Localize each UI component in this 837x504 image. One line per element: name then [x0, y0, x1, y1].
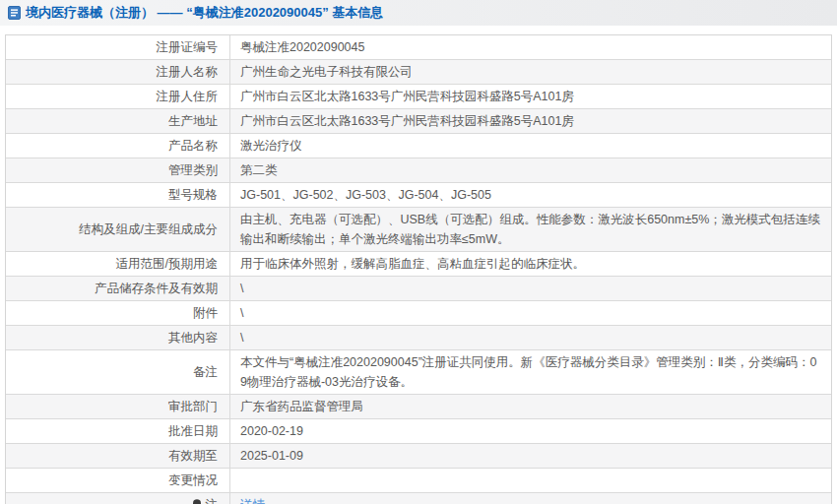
row-value-text: 本文件与“粤械注准20202090045”注册证共同使用。新《医疗器械分类目录》…: [240, 352, 821, 392]
row-label: 结构及组成/主要组成成分: [6, 208, 230, 251]
row-value: 激光治疗仪: [230, 134, 831, 158]
row-label: 注: [6, 493, 230, 504]
row-value-text: JG-501、JG-502、JG-503、JG-504、JG-505: [240, 185, 491, 205]
table-row: 型号规格 JG-501、JG-502、JG-503、JG-504、JG-505: [6, 182, 831, 207]
table-row: 注册人名称 广州生命之光电子科技有限公司: [6, 59, 831, 84]
row-label: 附件: [6, 301, 230, 325]
row-label: 生产地址: [6, 109, 230, 133]
row-value: 用于临床体外照射，缓解高脂血症、高粘血症引起的临床症状。: [230, 252, 831, 276]
row-value: \: [230, 326, 831, 349]
pin-icon: [192, 499, 202, 504]
row-label: 产品名称: [6, 134, 230, 158]
table-row: 产品名称 激光治疗仪: [6, 133, 831, 158]
row-value-text: 2025-01-09: [240, 446, 303, 466]
row-value-text: 广东省药品监督管理局: [240, 397, 363, 416]
page-header: 境内医疗器械（注册） —— “粤械注准20202090045” 基本信息: [0, 0, 837, 26]
row-label-text: 注册人名称: [157, 62, 219, 82]
row-label: 备注: [6, 350, 230, 394]
row-value: 广东省药品监督管理局: [230, 395, 831, 418]
row-value: 详情: [230, 493, 831, 504]
row-label-text: 附件: [193, 303, 218, 323]
table-row: 审批部门 广东省药品监督管理局: [6, 394, 831, 418]
row-label-text: 产品名称: [168, 136, 218, 156]
table-row: 适用范围/预期用途 用于临床体外照射，缓解高脂血症、高粘血症引起的临床症状。: [6, 251, 831, 276]
table-row: 结构及组成/主要组成成分 由主机、充电器（可选配）、USB线（可选配）组成。性能…: [6, 207, 831, 251]
row-label: 批准日期: [6, 419, 230, 443]
row-value: 第二类: [230, 158, 831, 182]
page-title: 境内医疗器械（注册） —— “粤械注准20202090045” 基本信息: [26, 4, 383, 22]
row-value-text: 粤械注准20202090045: [240, 37, 364, 57]
row-value: 2025-01-09: [230, 444, 831, 468]
row-label-text: 备注: [193, 362, 218, 382]
row-value: 本文件与“粤械注准20202090045”注册证共同使用。新《医疗器械分类目录》…: [230, 350, 831, 394]
row-label-text: 适用范围/预期用途: [116, 254, 218, 274]
row-value: 由主机、充电器（可选配）、USB线（可选配）组成。性能参数：激光波长650nm±…: [230, 208, 831, 251]
row-value-text: \: [240, 303, 243, 323]
row-label-text: 审批部门: [168, 397, 218, 416]
row-label-text: 注: [206, 495, 219, 504]
row-value-text: 广州市白云区北太路1633号广州民营科技园科盛路5号A101房: [240, 87, 574, 106]
row-label-text: 型号规格: [168, 185, 218, 205]
row-value-text: \: [240, 328, 243, 347]
table-row: 注册证编号 粤械注准20202090045: [6, 35, 831, 59]
row-label-text: 结构及组成/主要组成成分: [79, 220, 218, 239]
row-label-text: 批准日期: [168, 421, 218, 441]
row-value-text: 由主机、充电器（可选配）、USB线（可选配）组成。性能参数：激光波长650nm±…: [240, 210, 821, 249]
document-icon: [8, 6, 21, 20]
row-label: 变更情况: [6, 469, 230, 492]
row-label-text: 生产地址: [168, 111, 218, 131]
table-row: 产品储存条件及有效期 \: [6, 276, 831, 300]
row-label-text: 产品储存条件及有效期: [95, 279, 218, 298]
row-value: JG-501、JG-502、JG-503、JG-504、JG-505: [230, 183, 831, 207]
row-label-text: 有效期至: [168, 446, 218, 466]
row-label-text: 变更情况: [168, 471, 218, 490]
table-row: 其他内容 \: [6, 325, 831, 349]
row-value-text: 第二类: [240, 160, 278, 180]
table-row: 批准日期 2020-02-19: [6, 418, 831, 443]
info-table: 注册证编号 粤械注准20202090045 注册人名称 广州生命之光电子科技有限…: [5, 34, 832, 504]
row-label: 审批部门: [6, 395, 230, 418]
row-label-text: 管理类别: [168, 160, 218, 180]
row-value-text: 用于临床体外照射，缓解高脂血症、高粘血症引起的临床症状。: [240, 254, 585, 274]
row-value-text: 广州市白云区北太路1633号广州民营科技园科盛路5号A101房: [240, 111, 574, 131]
table-row: 生产地址 广州市白云区北太路1633号广州民营科技园科盛路5号A101房: [6, 108, 831, 133]
row-label: 其他内容: [6, 326, 230, 349]
row-label: 注册人住所: [6, 85, 230, 108]
table-row: 注 详情: [6, 492, 831, 504]
row-value: [230, 469, 831, 492]
table-row: 注册人住所 广州市白云区北太路1633号广州民营科技园科盛路5号A101房: [6, 84, 831, 108]
row-label: 型号规格: [6, 183, 230, 207]
row-value-text: 广州生命之光电子科技有限公司: [240, 62, 413, 82]
row-value: 广州市白云区北太路1633号广州民营科技园科盛路5号A101房: [230, 109, 831, 133]
row-label: 适用范围/预期用途: [6, 252, 230, 276]
row-value: 广州生命之光电子科技有限公司: [230, 60, 831, 84]
row-label: 注册人名称: [6, 60, 230, 84]
row-value: 广州市白云区北太路1633号广州民营科技园科盛路5号A101房: [230, 85, 831, 108]
row-label-text: 注册证编号: [157, 37, 219, 57]
table-row: 变更情况: [6, 468, 831, 492]
row-value: 粤械注准20202090045: [230, 35, 831, 59]
table-row: 管理类别 第二类: [6, 158, 831, 182]
row-label-text: 注册人住所: [157, 87, 219, 106]
row-value: \: [230, 277, 831, 300]
row-value-text: \: [240, 279, 243, 298]
row-label: 有效期至: [6, 444, 230, 468]
row-label-text: 其他内容: [168, 328, 218, 347]
row-value: \: [230, 301, 831, 325]
details-link[interactable]: 详情: [240, 495, 265, 504]
row-label: 管理类别: [6, 158, 230, 182]
row-label: 产品储存条件及有效期: [6, 277, 230, 300]
table-row: 备注 本文件与“粤械注准20202090045”注册证共同使用。新《医疗器械分类…: [6, 349, 831, 394]
row-value-text: 激光治疗仪: [240, 136, 302, 156]
row-label: 注册证编号: [6, 35, 230, 59]
row-value: 2020-02-19: [230, 419, 831, 443]
table-row: 附件 \: [6, 300, 831, 325]
table-row: 有效期至 2025-01-09: [6, 443, 831, 468]
row-value-text: 2020-02-19: [240, 421, 303, 441]
